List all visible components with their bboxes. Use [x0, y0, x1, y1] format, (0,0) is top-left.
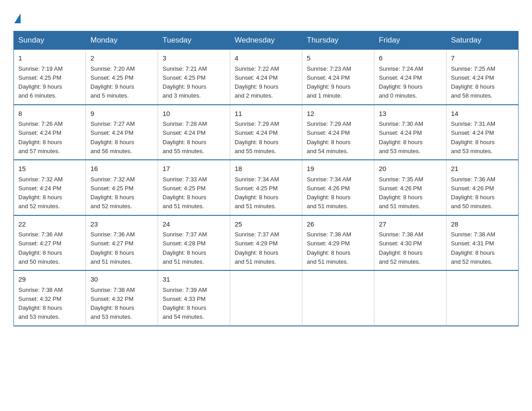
day-info: Sunrise: 7:38 AMSunset: 4:30 PMDaylight:…	[379, 231, 423, 265]
day-info: Sunrise: 7:34 AMSunset: 4:25 PMDaylight:…	[235, 176, 279, 210]
day-number: 14	[451, 109, 514, 119]
day-number: 3	[163, 53, 225, 64]
day-info: Sunrise: 7:38 AMSunset: 4:32 PMDaylight:…	[90, 287, 135, 321]
day-info: Sunrise: 7:22 AMSunset: 4:24 PMDaylight:…	[235, 65, 279, 99]
day-info: Sunrise: 7:20 AMSunset: 4:25 PMDaylight:…	[90, 65, 135, 99]
calendar-cell: 23Sunrise: 7:36 AMSunset: 4:27 PMDayligh…	[86, 215, 158, 271]
day-number: 27	[379, 219, 442, 230]
day-number: 2	[90, 53, 153, 64]
day-info: Sunrise: 7:37 AMSunset: 4:28 PMDaylight:…	[163, 231, 207, 265]
day-number: 21	[451, 164, 514, 174]
calendar-cell: 2Sunrise: 7:20 AMSunset: 4:25 PMDaylight…	[86, 50, 158, 105]
calendar-cell: 1Sunrise: 7:19 AMSunset: 4:25 PMDaylight…	[14, 50, 86, 105]
calendar-cell: 16Sunrise: 7:32 AMSunset: 4:25 PMDayligh…	[86, 160, 158, 215]
day-info: Sunrise: 7:30 AMSunset: 4:24 PMDaylight:…	[379, 120, 423, 154]
calendar-cell: 5Sunrise: 7:23 AMSunset: 4:24 PMDaylight…	[302, 50, 374, 105]
calendar-cell: 7Sunrise: 7:25 AMSunset: 4:24 PMDaylight…	[446, 50, 519, 105]
calendar-cell: 20Sunrise: 7:35 AMSunset: 4:26 PMDayligh…	[374, 160, 446, 215]
day-info: Sunrise: 7:36 AMSunset: 4:27 PMDaylight:…	[90, 231, 135, 265]
calendar-cell	[446, 270, 519, 326]
day-info: Sunrise: 7:25 AMSunset: 4:24 PMDaylight:…	[451, 65, 495, 99]
calendar-cell	[302, 270, 374, 326]
day-number: 30	[90, 274, 153, 285]
calendar-cell: 15Sunrise: 7:32 AMSunset: 4:24 PMDayligh…	[14, 160, 86, 215]
day-number: 12	[307, 109, 369, 119]
weekday-header-saturday: Saturday	[446, 31, 519, 50]
day-number: 16	[90, 164, 153, 174]
day-info: Sunrise: 7:38 AMSunset: 4:29 PMDaylight:…	[307, 231, 351, 265]
day-info: Sunrise: 7:39 AMSunset: 4:33 PMDaylight:…	[163, 287, 207, 321]
weekday-header-thursday: Thursday	[302, 31, 374, 50]
weekday-header-monday: Monday	[86, 31, 158, 50]
day-info: Sunrise: 7:26 AMSunset: 4:24 PMDaylight:…	[18, 120, 63, 154]
day-info: Sunrise: 7:36 AMSunset: 4:27 PMDaylight:…	[18, 231, 63, 265]
calendar-body: 1Sunrise: 7:19 AMSunset: 4:25 PMDaylight…	[14, 50, 519, 326]
calendar-cell: 13Sunrise: 7:30 AMSunset: 4:24 PMDayligh…	[374, 105, 446, 160]
calendar-week-row: 15Sunrise: 7:32 AMSunset: 4:24 PMDayligh…	[14, 160, 519, 215]
day-number: 13	[379, 109, 442, 119]
calendar-cell: 25Sunrise: 7:37 AMSunset: 4:29 PMDayligh…	[230, 215, 302, 271]
calendar-cell	[230, 270, 302, 326]
calendar-cell: 31Sunrise: 7:39 AMSunset: 4:33 PMDayligh…	[158, 270, 230, 326]
calendar-cell: 26Sunrise: 7:38 AMSunset: 4:29 PMDayligh…	[302, 215, 374, 271]
day-number: 23	[90, 219, 153, 230]
day-number: 19	[307, 164, 369, 174]
calendar-week-row: 22Sunrise: 7:36 AMSunset: 4:27 PMDayligh…	[14, 215, 519, 271]
calendar-week-row: 1Sunrise: 7:19 AMSunset: 4:25 PMDaylight…	[14, 50, 519, 105]
calendar-cell: 24Sunrise: 7:37 AMSunset: 4:28 PMDayligh…	[158, 215, 230, 271]
logo	[13, 13, 21, 24]
calendar-cell: 21Sunrise: 7:36 AMSunset: 4:26 PMDayligh…	[446, 160, 519, 215]
calendar-cell: 22Sunrise: 7:36 AMSunset: 4:27 PMDayligh…	[14, 215, 86, 271]
calendar-cell: 30Sunrise: 7:38 AMSunset: 4:32 PMDayligh…	[86, 270, 158, 326]
weekday-row: SundayMondayTuesdayWednesdayThursdayFrid…	[14, 31, 519, 50]
day-number: 25	[235, 219, 297, 230]
day-info: Sunrise: 7:32 AMSunset: 4:25 PMDaylight:…	[90, 176, 135, 210]
calendar-cell: 27Sunrise: 7:38 AMSunset: 4:30 PMDayligh…	[374, 215, 446, 271]
day-info: Sunrise: 7:29 AMSunset: 4:24 PMDaylight:…	[307, 120, 351, 154]
logo-triangle-icon	[14, 13, 21, 23]
calendar-cell: 9Sunrise: 7:27 AMSunset: 4:24 PMDaylight…	[86, 105, 158, 160]
day-number: 8	[18, 109, 81, 119]
day-number: 17	[163, 164, 225, 174]
day-info: Sunrise: 7:29 AMSunset: 4:24 PMDaylight:…	[235, 120, 279, 154]
day-number: 5	[307, 53, 369, 64]
calendar-cell: 29Sunrise: 7:38 AMSunset: 4:32 PMDayligh…	[14, 270, 86, 326]
page-header	[13, 9, 519, 24]
calendar-cell: 19Sunrise: 7:34 AMSunset: 4:26 PMDayligh…	[302, 160, 374, 215]
day-number: 4	[235, 53, 297, 64]
day-number: 7	[451, 53, 514, 64]
calendar-cell: 6Sunrise: 7:24 AMSunset: 4:24 PMDaylight…	[374, 50, 446, 105]
day-number: 10	[163, 109, 225, 119]
calendar-cell: 10Sunrise: 7:28 AMSunset: 4:24 PMDayligh…	[158, 105, 230, 160]
day-info: Sunrise: 7:24 AMSunset: 4:24 PMDaylight:…	[379, 65, 423, 99]
calendar-cell: 11Sunrise: 7:29 AMSunset: 4:24 PMDayligh…	[230, 105, 302, 160]
day-number: 20	[379, 164, 442, 174]
calendar-table: SundayMondayTuesdayWednesdayThursdayFrid…	[13, 31, 519, 326]
day-info: Sunrise: 7:34 AMSunset: 4:26 PMDaylight:…	[307, 176, 351, 210]
day-info: Sunrise: 7:35 AMSunset: 4:26 PMDaylight:…	[379, 176, 423, 210]
day-number: 1	[18, 53, 81, 64]
day-info: Sunrise: 7:19 AMSunset: 4:25 PMDaylight:…	[18, 65, 63, 99]
day-number: 24	[163, 219, 225, 230]
day-info: Sunrise: 7:36 AMSunset: 4:26 PMDaylight:…	[451, 176, 495, 210]
calendar-header: SundayMondayTuesdayWednesdayThursdayFrid…	[14, 31, 519, 50]
day-number: 18	[235, 164, 297, 174]
day-info: Sunrise: 7:21 AMSunset: 4:25 PMDaylight:…	[163, 65, 207, 99]
calendar-cell: 18Sunrise: 7:34 AMSunset: 4:25 PMDayligh…	[230, 160, 302, 215]
day-number: 15	[18, 164, 81, 174]
day-info: Sunrise: 7:31 AMSunset: 4:24 PMDaylight:…	[451, 120, 495, 154]
weekday-header-friday: Friday	[374, 31, 446, 50]
weekday-header-tuesday: Tuesday	[158, 31, 230, 50]
day-number: 11	[235, 109, 297, 119]
day-number: 6	[379, 53, 442, 64]
day-info: Sunrise: 7:28 AMSunset: 4:24 PMDaylight:…	[163, 120, 207, 154]
day-info: Sunrise: 7:33 AMSunset: 4:25 PMDaylight:…	[163, 176, 207, 210]
day-number: 9	[90, 109, 153, 119]
day-number: 29	[18, 274, 81, 285]
day-number: 26	[307, 219, 369, 230]
calendar-cell: 14Sunrise: 7:31 AMSunset: 4:24 PMDayligh…	[446, 105, 519, 160]
calendar-cell: 3Sunrise: 7:21 AMSunset: 4:25 PMDaylight…	[158, 50, 230, 105]
calendar-cell: 8Sunrise: 7:26 AMSunset: 4:24 PMDaylight…	[14, 105, 86, 160]
calendar-week-row: 8Sunrise: 7:26 AMSunset: 4:24 PMDaylight…	[14, 105, 519, 160]
day-number: 31	[163, 274, 225, 285]
